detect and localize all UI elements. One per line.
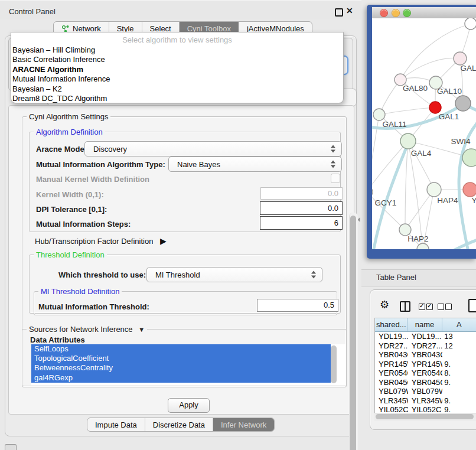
mi-type-value: Naive Bayes xyxy=(177,160,220,169)
tab-label: Impute Data xyxy=(95,420,137,429)
data-attribute-item[interactable]: TopologicalCoefficient xyxy=(31,354,331,363)
table-cell: YBL079W xyxy=(375,387,408,396)
network-node-label: HAP4 xyxy=(437,196,458,205)
algorithm-option[interactable]: Bayesian – Hill Climbing xyxy=(11,45,343,55)
data-attribute-item[interactable]: gal4RGexp xyxy=(31,373,331,383)
close-icon[interactable]: ✕ xyxy=(346,6,353,15)
network-view[interactable]: GALGAL80GAL10GAL1GAL11GAL4SWI4HAP4YGCY1H… xyxy=(372,18,476,249)
mi-type-combo[interactable]: Naive Bayes xyxy=(168,156,342,172)
aracne-mode-combo[interactable]: Discovery xyxy=(84,141,342,156)
table-row[interactable]: YER054CYER054C8. xyxy=(375,369,476,378)
bottom-tab-strip: Impute DataDiscretize DataInfer Network xyxy=(87,418,275,431)
network-node-hap2[interactable] xyxy=(399,224,411,236)
dpi-tolerance-field[interactable]: 0.0 xyxy=(260,201,343,215)
panel-title: Control Panel xyxy=(9,7,56,16)
table-cell: 9. xyxy=(442,360,476,369)
table-row[interactable]: YBR043CYBR043C xyxy=(375,350,476,360)
network-node-label: GAL80 xyxy=(403,84,428,93)
network-node[interactable] xyxy=(465,18,476,30)
attributes-vscroll-thumb[interactable] xyxy=(331,345,337,383)
table-cell: YBR043C xyxy=(408,350,443,360)
table-cell: 9. xyxy=(442,396,476,406)
data-attributes-list[interactable]: SelfLoopsTopologicalCoefficientBetweenne… xyxy=(31,344,345,386)
network-node-gal[interactable] xyxy=(454,52,467,65)
spinner-icon xyxy=(331,145,336,154)
table-cell: YBR045C xyxy=(375,378,408,387)
algorithm-popup: Select algorithm to view settings Bayesi… xyxy=(11,32,344,103)
deselect-all-icon[interactable] xyxy=(438,304,444,310)
export-table-icon[interactable] xyxy=(468,299,476,312)
network-edge[interactable] xyxy=(405,141,408,230)
network-edge[interactable] xyxy=(450,238,476,249)
settings-vscroll-thumb[interactable] xyxy=(350,216,356,450)
table-row[interactable]: YPR145WYPR145W9. xyxy=(375,360,476,369)
network-node-label: GAL10 xyxy=(437,87,462,96)
collapsed-panel-icon[interactable] xyxy=(5,444,17,450)
apply-button[interactable]: Apply xyxy=(168,398,210,413)
mi-threshold-field[interactable]: 0.5 xyxy=(257,299,338,312)
data-attribute-item[interactable]: SelfLoops xyxy=(31,344,331,354)
network-node-label: GAL4 xyxy=(411,149,432,158)
table-row[interactable]: YLR345WYLR345W9. xyxy=(375,396,476,406)
gear-icon[interactable]: ⚙ xyxy=(380,299,389,311)
table-row[interactable]: YDR27...YDR27...12 xyxy=(375,341,476,351)
tab-infer-network[interactable]: Infer Network xyxy=(213,418,274,431)
hub-definition-expander[interactable]: Hub/Transcription Factor Definition ▶ xyxy=(35,236,167,246)
mi-steps-field[interactable]: 6 xyxy=(260,216,343,230)
algorithm-option[interactable]: Mutual Information Inference xyxy=(11,74,343,84)
kernel-width-field[interactable]: 0.0 xyxy=(260,187,343,200)
table-row[interactable]: YBR045CYBR045C9. xyxy=(375,378,476,387)
table-cell: YPR145W xyxy=(375,360,408,369)
float-window-icon[interactable] xyxy=(335,8,343,17)
table-hscroll-thumb[interactable] xyxy=(376,414,474,419)
network-node-gal1[interactable] xyxy=(429,102,441,113)
node-table[interactable]: shared...nameA YDL19...YDL19...13YDR27..… xyxy=(374,318,476,415)
tab-label: Infer Network xyxy=(221,420,266,429)
tab-discretize-data[interactable]: Discretize Data xyxy=(145,418,213,431)
table-row[interactable]: YDL19...YDL19...13 xyxy=(375,332,476,341)
table-cell: 9. xyxy=(442,378,476,387)
dpi-tolerance-label: DPI Tolerance [0,1]: xyxy=(36,205,107,214)
data-attribute-item[interactable]: BetweennessCentrality xyxy=(31,363,331,373)
select-all-check-icon[interactable] xyxy=(426,304,433,310)
table-cell: YLR345W xyxy=(408,396,443,406)
which-threshold-value: MI Threshold xyxy=(155,270,200,279)
tab-impute-data[interactable]: Impute Data xyxy=(87,418,145,431)
network-canvas[interactable]: GALGAL80GAL10GAL1GAL11GAL4SWI4HAP4YGCY1H… xyxy=(372,18,476,249)
expand-right-icon[interactable]: ▶ xyxy=(160,236,167,246)
table-row[interactable]: YBL079WYBL079W xyxy=(375,387,476,396)
table-cell xyxy=(442,350,476,360)
network-node-swi4[interactable] xyxy=(462,149,476,167)
data-attributes-label: Data Attributes xyxy=(30,335,85,344)
column-header-a[interactable]: A xyxy=(442,318,476,331)
select-all-check-icon[interactable] xyxy=(419,304,425,310)
network-node-y[interactable] xyxy=(463,182,476,197)
table-cell: YDL19... xyxy=(375,332,408,341)
network-node-gal4[interactable] xyxy=(400,133,416,149)
minimize-traffic-light[interactable] xyxy=(392,9,400,17)
network-edge[interactable] xyxy=(400,58,460,80)
network-node-label: GCY1 xyxy=(375,198,397,207)
network-node-gcy1[interactable] xyxy=(372,186,373,198)
algorithm-option[interactable]: ARACNE Algorithm xyxy=(11,65,343,74)
algorithm-option[interactable]: Dream8 DC_TDC Algorithm xyxy=(11,94,343,103)
network-node-hap4[interactable] xyxy=(427,182,441,197)
column-header-name[interactable]: name xyxy=(407,318,442,331)
algorithm-option[interactable]: Bayesian – K2 xyxy=(11,84,343,94)
table-cell: YBL079W xyxy=(408,387,443,396)
column-header-shared[interactable]: shared... xyxy=(375,318,407,331)
manual-kernel-checkbox[interactable] xyxy=(331,174,340,183)
close-traffic-light[interactable] xyxy=(380,9,388,17)
which-threshold-combo[interactable]: MI Threshold xyxy=(146,267,322,282)
network-edge[interactable] xyxy=(372,141,408,192)
network-node-gal11[interactable] xyxy=(373,109,385,120)
network-node[interactable] xyxy=(455,96,471,111)
mi-threshold-label: Mutual Information Threshold: xyxy=(38,302,149,311)
columns-icon[interactable] xyxy=(400,301,410,312)
zoom-traffic-light[interactable] xyxy=(403,9,411,17)
deselect-all-icon[interactable] xyxy=(445,304,452,310)
expand-down-icon[interactable]: ▼ xyxy=(138,326,145,333)
algorithm-option[interactable]: Basic Correlation Inference xyxy=(11,55,343,64)
spinner-icon xyxy=(311,270,317,279)
network-edge[interactable] xyxy=(379,107,435,115)
